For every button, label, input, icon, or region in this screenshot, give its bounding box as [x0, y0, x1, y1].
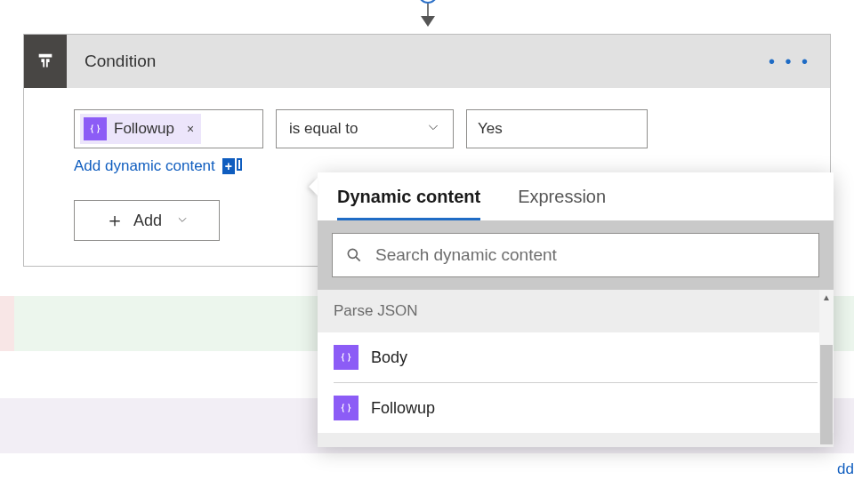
left-operand-field[interactable]: Followup ×	[74, 109, 263, 148]
dc-item-body[interactable]: Body	[318, 332, 834, 382]
more-menu-button[interactable]: • • •	[769, 52, 810, 72]
value-input[interactable]	[466, 109, 648, 148]
dynamic-content-popout: Dynamic content Expression ▲ Parse JSON …	[318, 172, 834, 447]
partial-link[interactable]: dd	[837, 460, 854, 478]
search-panel	[318, 220, 834, 290]
json-token-icon	[334, 345, 359, 370]
scrollbar-track[interactable]: ▲	[819, 290, 834, 433]
search-field[interactable]	[332, 233, 819, 277]
condition-icon	[24, 35, 67, 88]
tab-expression[interactable]: Expression	[518, 187, 606, 220]
dc-item-label: Followup	[371, 399, 435, 418]
add-button-label: Add	[133, 212, 162, 230]
svg-line-1	[356, 257, 360, 261]
dc-item-label: Body	[371, 348, 407, 367]
chevron-down-icon	[176, 212, 189, 230]
tab-dynamic-content[interactable]: Dynamic content	[337, 187, 480, 220]
popout-body: ▲ Parse JSON Body Followup	[318, 290, 834, 433]
search-input[interactable]	[375, 245, 806, 265]
token-label: Followup	[114, 120, 174, 138]
search-icon	[345, 246, 363, 264]
section-header: Parse JSON	[318, 290, 834, 332]
add-condition-button[interactable]: ＋ Add	[74, 200, 220, 241]
arrow-down-icon	[421, 16, 435, 27]
card-title: Condition	[85, 52, 769, 71]
dynamic-token[interactable]: Followup ×	[80, 114, 201, 144]
callout-notch	[309, 178, 318, 196]
connector-line	[427, 4, 429, 16]
chevron-down-icon	[426, 120, 440, 139]
token-remove-button[interactable]: ×	[187, 122, 194, 136]
svg-point-0	[348, 249, 357, 258]
scroll-up-button[interactable]: ▲	[821, 292, 832, 302]
card-header: Condition • • •	[24, 35, 830, 88]
popout-footer	[318, 433, 834, 447]
json-token-icon	[334, 396, 359, 420]
dynamic-link-label: Add dynamic content	[74, 157, 215, 175]
dc-item-followup[interactable]: Followup	[318, 383, 834, 433]
operator-label: is equal to	[289, 120, 359, 138]
dynamic-content-icon: +	[222, 158, 242, 174]
popout-tabs: Dynamic content Expression	[318, 172, 834, 220]
flow-connector: +	[418, 0, 438, 27]
background-stripe	[0, 296, 14, 351]
plus-icon: ＋	[105, 207, 125, 234]
json-token-icon	[84, 117, 107, 140]
scrollbar-thumb[interactable]	[820, 345, 833, 444]
operator-select[interactable]: is equal to	[276, 109, 454, 148]
condition-row: Followup × is equal to	[74, 109, 780, 148]
